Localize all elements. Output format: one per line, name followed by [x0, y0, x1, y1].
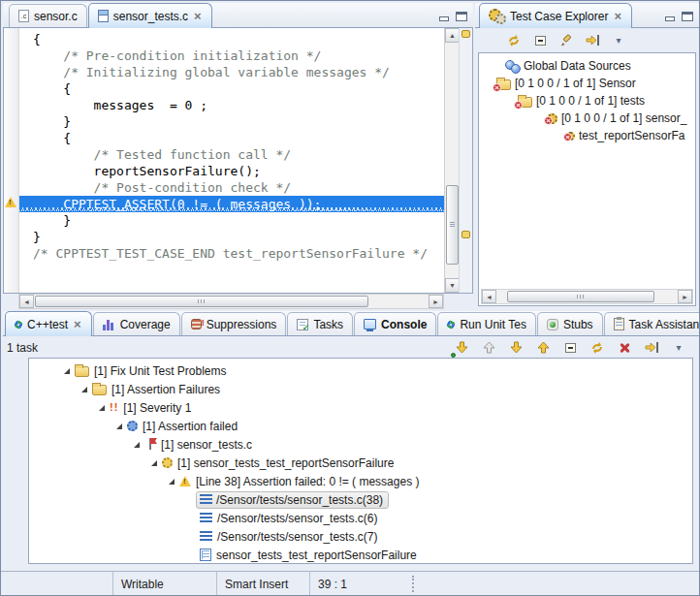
- code-line: }: [19, 113, 444, 130]
- scroll-down-icon[interactable]: ▼: [445, 278, 460, 293]
- error-badge-icon: ×: [493, 83, 501, 92]
- folder-error-icon: ×: [518, 97, 532, 108]
- move-down-button[interactable]: [507, 339, 525, 357]
- delete-button[interactable]: [616, 339, 633, 357]
- selected-row-highlight: /Sensor/tests/sensor_tests.c(38): [196, 491, 389, 509]
- status-bar: Writable Smart Insert 39 : 1: [1, 571, 699, 596]
- sync-arrows-icon: [645, 341, 659, 354]
- expand-arrow-icon[interactable]: [169, 479, 175, 485]
- tab-tasks[interactable]: Tasks: [287, 312, 353, 335]
- tree-item-global-data-sources[interactable]: Global Data Sources: [479, 57, 695, 75]
- tree-item-stack-trace-6[interactable]: /Sensor/tests/sensor_tests.c(6): [29, 509, 692, 527]
- tab-sensor-c[interactable]: .c sensor.c: [9, 4, 87, 27]
- scroll-left-icon[interactable]: ◄: [482, 290, 496, 303]
- scroll-up-icon[interactable]: ▲: [445, 28, 460, 43]
- tab-sensor-tests-c[interactable]: sensor_tests.c ×: [88, 3, 212, 28]
- expand-arrow-icon[interactable]: [64, 368, 70, 374]
- editor-vertical-scrollbar[interactable]: ▲ ▼: [444, 28, 459, 293]
- sync-button[interactable]: [584, 32, 601, 49]
- collapse-all-button[interactable]: [531, 32, 549, 49]
- tab-run-unit-tests[interactable]: Run Unit Tes: [437, 312, 535, 335]
- stack-trace-icon: [200, 494, 212, 505]
- prev-task-disabled-button[interactable]: [480, 339, 497, 357]
- tab-test-case-explorer[interactable]: Test Case Explorer ×: [479, 3, 632, 28]
- tree-item-test-reference[interactable]: sensor_tests_test_reportSensorFailure: [29, 546, 692, 564]
- close-icon[interactable]: ×: [193, 12, 203, 21]
- bottom-tab-bar: C++test × Coverage Suppressions Tasks Co…: [3, 311, 699, 336]
- tree-item-line-38-assertion[interactable]: [Line 38] Assertion failed: 0 != ( messa…: [29, 472, 692, 490]
- sync-button[interactable]: [643, 339, 660, 357]
- editor-horizontal-scrollbar[interactable]: ◄ ►: [18, 294, 444, 309]
- tree-item-assertion-failures[interactable]: [1] Assertion Failures: [29, 380, 692, 398]
- overview-marker-icon[interactable]: [461, 231, 470, 238]
- tab-task-assistant[interactable]: Task Assistan: [604, 312, 700, 335]
- folder-icon: [92, 385, 107, 395]
- expand-arrow-icon[interactable]: [81, 387, 87, 392]
- console-icon: [364, 319, 376, 329]
- green-dot-icon: [451, 353, 456, 358]
- maximize-icon[interactable]: [682, 12, 693, 21]
- scrollbar-thumb[interactable]: [507, 291, 654, 302]
- arrow-down-icon: [456, 341, 468, 354]
- view-menu-chevron-icon[interactable]: ▾: [670, 339, 687, 357]
- refresh-button[interactable]: [505, 32, 523, 49]
- overview-marker-icon[interactable]: [461, 30, 470, 38]
- expand-arrow-icon[interactable]: [151, 460, 157, 466]
- code-line: {: [19, 130, 444, 146]
- expand-arrow-icon[interactable]: [134, 442, 140, 448]
- tree-item-severity-1[interactable]: !! [1] Severity 1: [29, 398, 692, 417]
- collapse-all-icon: [565, 343, 576, 353]
- scrollbar-thumb[interactable]: [446, 185, 459, 265]
- tab-suppressions[interactable]: Suppressions: [181, 312, 287, 335]
- view-menu-chevron-icon[interactable]: ▾: [610, 32, 627, 49]
- tree-item-stack-trace-7[interactable]: /Sensor/tests/sensor_tests.c(7): [29, 527, 692, 546]
- explorer-toolbar: ▾: [475, 29, 699, 51]
- tree-item-sensor-tests[interactable]: × [0 1 0 0 / 1 of 1] sensor_: [479, 110, 695, 127]
- brush-button[interactable]: [557, 32, 575, 49]
- maximize-icon[interactable]: [456, 12, 467, 21]
- code-area[interactable]: { /* Pre-condition initialization */ /* …: [19, 28, 444, 293]
- tree-item-assertion-failed[interactable]: [1] Assertion failed: [29, 417, 692, 435]
- explorer-horizontal-scrollbar[interactable]: ◄ ►: [481, 289, 693, 304]
- close-icon[interactable]: ×: [613, 12, 622, 21]
- collapse-all-button[interactable]: [561, 339, 579, 357]
- view-title: Test Case Explorer: [510, 10, 608, 23]
- scroll-right-icon[interactable]: ►: [678, 290, 692, 303]
- tree-item-sensor[interactable]: × [0 1 0 0 / 1 of 1] Sensor: [479, 75, 695, 92]
- arrow-up-gray-icon: [483, 341, 495, 354]
- minimize-icon[interactable]: [438, 12, 450, 21]
- tree-item-test-function[interactable]: [1] sensor_tests_test_reportSensorFailur…: [29, 454, 692, 472]
- expand-arrow-icon[interactable]: [116, 423, 122, 429]
- tab-label: sensor_tests.c: [113, 10, 188, 23]
- warning-icon: [179, 476, 191, 486]
- error-badge-icon: ×: [563, 133, 572, 141]
- warning-icon[interactable]: [5, 197, 16, 207]
- code-line: /* Post-condition check */: [19, 179, 444, 196]
- expand-arrow-icon[interactable]: [99, 405, 105, 411]
- tree-item-tests[interactable]: × [0 1 0 0 / 1 of 1] tests: [479, 92, 695, 110]
- sync-arrows-icon: [586, 34, 600, 47]
- tab-stubs[interactable]: Stubs: [537, 312, 603, 335]
- move-up-button[interactable]: [534, 339, 552, 357]
- refresh-button[interactable]: [589, 339, 606, 357]
- next-task-button[interactable]: [453, 339, 470, 357]
- scroll-left-icon[interactable]: ◄: [19, 295, 34, 308]
- tree-item-stack-trace-38-selected[interactable]: /Sensor/tests/sensor_tests.c(38): [29, 490, 692, 509]
- tab-coverage[interactable]: Coverage: [93, 312, 180, 335]
- tree-item-fix-unit-test-problems[interactable]: [1] Fix Unit Test Problems: [29, 361, 692, 380]
- bottom-toolbar: ▾: [453, 339, 699, 357]
- collapse-all-icon: [535, 36, 546, 46]
- tree-item-test-reportsensorfailure[interactable]: × test_reportSensorFa: [479, 127, 695, 144]
- tree-item-sensor-tests-c[interactable]: [1] sensor_tests.c: [29, 435, 692, 454]
- tab-console[interactable]: Console: [354, 312, 436, 335]
- minimize-icon[interactable]: [664, 12, 676, 21]
- close-icon[interactable]: ×: [73, 320, 82, 329]
- scrollbar-thumb[interactable]: [35, 296, 368, 307]
- tab-cpptest[interactable]: C++test ×: [5, 311, 92, 336]
- stubs-icon: [547, 319, 558, 330]
- editor-panel: .c sensor.c sensor_tests.c × { /* Pre-co…: [3, 3, 473, 309]
- code-line: }: [19, 229, 444, 245]
- severity-icon: !!: [110, 402, 118, 413]
- file-flag-icon: [144, 438, 156, 451]
- scroll-right-icon[interactable]: ►: [429, 295, 443, 308]
